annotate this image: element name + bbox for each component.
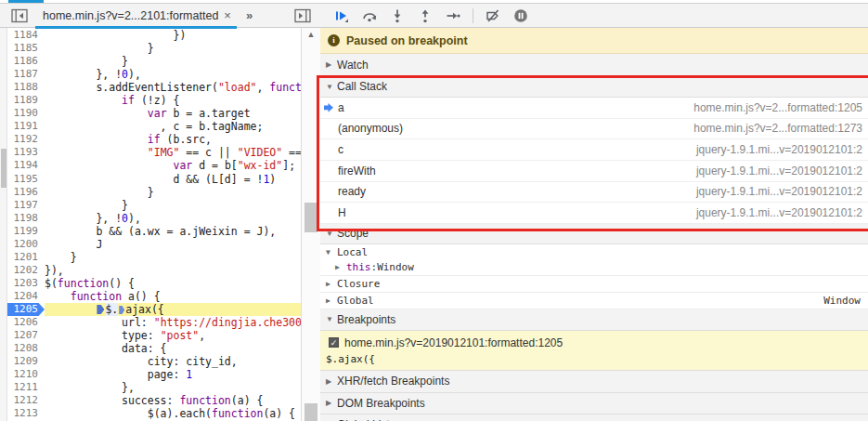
code-line[interactable]: 1196 } bbox=[7, 186, 301, 199]
code-line-text[interactable]: data: { bbox=[45, 342, 301, 355]
scope-local-row[interactable]: ▼ Local bbox=[320, 244, 868, 260]
code-line-text[interactable]: url: "https://dingjia.che300.c bbox=[45, 316, 301, 329]
line-number[interactable]: 1193 bbox=[7, 146, 45, 159]
line-number[interactable]: 1190 bbox=[7, 107, 45, 120]
code-line-text[interactable]: }, bbox=[45, 381, 301, 394]
resume-script-icon[interactable] bbox=[334, 8, 349, 23]
code-line-text[interactable]: var b = a.target bbox=[45, 107, 301, 120]
line-number[interactable]: 1184 bbox=[7, 29, 45, 42]
line-number[interactable]: 1211 bbox=[7, 381, 45, 394]
toggle-debugger-sidebar-icon[interactable] bbox=[294, 8, 311, 23]
code-line[interactable]: 1209 city: city_id, bbox=[7, 355, 301, 368]
more-tabs-icon[interactable]: » bbox=[246, 8, 253, 22]
step-into-icon[interactable] bbox=[390, 8, 405, 23]
code-line[interactable]: 1194 var d = b["wx-id"]; bbox=[7, 159, 301, 172]
code-line-text[interactable]: success: function(a) { bbox=[45, 394, 301, 407]
code-line-text[interactable]: } bbox=[45, 42, 301, 55]
call-stack-frame[interactable]: ahome.min.js?v=2...formatted:1205 bbox=[320, 98, 868, 119]
section-watch[interactable]: ▶ Watch bbox=[320, 54, 868, 76]
call-stack-frame[interactable]: Hjquery-1.9.1.mi...v=2019012101:2 bbox=[320, 203, 868, 224]
line-number[interactable]: 1185 bbox=[7, 42, 45, 55]
code-line-text[interactable]: } bbox=[45, 55, 301, 68]
code-line[interactable]: 1207 type: "post", bbox=[7, 329, 301, 342]
section-scope[interactable]: ▼ Scope bbox=[320, 224, 868, 244]
code-line[interactable]: 1198 }, !0), bbox=[7, 212, 301, 225]
code-line[interactable]: 1187 }, !0), bbox=[7, 68, 301, 81]
code-line[interactable]: 1193 "IMG" == c || "VIDEO" == c) { bbox=[7, 146, 301, 159]
line-number[interactable]: 1202 bbox=[7, 264, 45, 277]
code-line-text[interactable]: } bbox=[45, 199, 301, 212]
section-global-listeners[interactable]: ▶ Global Listeners bbox=[320, 414, 868, 421]
section-xhr-breakpoints[interactable]: ▶ XHR/fetch Breakpoints bbox=[320, 371, 868, 393]
call-stack-frame[interactable]: readyjquery-1.9.1.mi...v=2019012101:2 bbox=[320, 182, 868, 204]
code-line[interactable]: 1213 $(a).each(function(a) { bbox=[7, 407, 301, 420]
scrollbar-up-icon[interactable]: ▲ bbox=[302, 30, 320, 39]
code-line[interactable]: 1202}), bbox=[7, 264, 301, 277]
code-line-text[interactable]: type: "post", bbox=[45, 329, 301, 342]
code-line-text[interactable]: $.ajax({ bbox=[45, 303, 301, 316]
code-line-text[interactable]: page: 1 bbox=[45, 368, 301, 381]
code-line-text[interactable]: if (b.src, bbox=[45, 133, 301, 146]
line-number[interactable]: 1196 bbox=[7, 186, 45, 199]
code-line-text[interactable]: s.addEventListener("load", function(a) { bbox=[45, 81, 301, 94]
code-line-text[interactable]: , c = b.tagName; bbox=[45, 120, 301, 133]
code-line-text[interactable]: d && (L[d] = !1) bbox=[45, 173, 301, 186]
toggle-navigator-sidebar-icon[interactable] bbox=[11, 8, 28, 23]
code-line[interactable]: 1208 data: { bbox=[7, 342, 301, 355]
line-number[interactable]: 1205 bbox=[7, 303, 45, 316]
tab-close-icon[interactable]: × bbox=[224, 8, 231, 22]
line-number[interactable]: 1188 bbox=[7, 81, 45, 94]
section-dom-breakpoints[interactable]: ▶ DOM Breakpoints bbox=[320, 393, 868, 414]
scrollbar-down-button[interactable] bbox=[304, 403, 317, 421]
line-number[interactable]: 1198 bbox=[7, 212, 45, 225]
code-line[interactable]: 1184 }) bbox=[7, 29, 301, 42]
line-number[interactable]: 1203 bbox=[7, 277, 45, 290]
code-line[interactable]: 1205 $.ajax({ bbox=[7, 303, 301, 316]
code-line-text[interactable]: if (!z) { bbox=[45, 94, 301, 107]
code-line-text[interactable]: $(function() { bbox=[45, 277, 301, 290]
code-line-text[interactable]: var d = b["wx-id"]; bbox=[45, 159, 301, 172]
code-line[interactable]: 1195 d && (L[d] = !1) bbox=[7, 173, 301, 186]
line-number[interactable]: 1191 bbox=[7, 120, 45, 133]
code-line[interactable]: 1200 J bbox=[7, 238, 301, 251]
code-line-text[interactable]: function a() { bbox=[45, 290, 301, 303]
line-number[interactable]: 1210 bbox=[7, 368, 45, 381]
code-line-text[interactable]: "IMG" == c || "VIDEO" == c) { bbox=[45, 146, 301, 159]
line-number[interactable]: 1189 bbox=[7, 94, 45, 107]
code-line[interactable]: 1204 function a() { bbox=[7, 290, 301, 303]
code-line-text[interactable]: }), bbox=[45, 264, 301, 277]
code-line[interactable]: 1191 , c = b.tagName; bbox=[7, 120, 301, 133]
step-icon[interactable] bbox=[446, 8, 460, 23]
step-out-icon[interactable] bbox=[418, 8, 433, 23]
code-line-text[interactable]: city: city_id, bbox=[45, 355, 301, 368]
section-breakpoints[interactable]: ▼ Breakpoints bbox=[320, 309, 868, 331]
code-line-text[interactable]: }, !0), bbox=[45, 68, 301, 81]
line-number[interactable]: 1195 bbox=[7, 173, 45, 186]
code-line[interactable]: 1190 var b = a.target bbox=[7, 107, 301, 120]
scope-this-row[interactable]: ▶ this: Window bbox=[320, 260, 868, 276]
code-line[interactable]: 1185 } bbox=[7, 42, 301, 55]
code-line[interactable]: 1201 } bbox=[7, 251, 301, 264]
code-line-text[interactable]: b && (a.wx = a.jWeixin = J), bbox=[45, 225, 301, 238]
line-number[interactable]: 1206 bbox=[7, 316, 45, 329]
line-number[interactable]: 1187 bbox=[7, 68, 45, 81]
code-line[interactable]: 1203$(function() { bbox=[7, 277, 301, 290]
line-number[interactable]: 1209 bbox=[7, 355, 45, 368]
code-line[interactable]: 1192 if (b.src, bbox=[7, 133, 301, 146]
pause-on-exceptions-icon[interactable] bbox=[513, 8, 528, 23]
line-number[interactable]: 1200 bbox=[7, 238, 45, 251]
code-line-text[interactable]: }) bbox=[45, 29, 301, 42]
edge-scrollbar-thumb[interactable] bbox=[1, 149, 6, 188]
line-number[interactable]: 1207 bbox=[7, 329, 45, 342]
step-over-icon[interactable] bbox=[362, 8, 377, 23]
code-line[interactable]: 1212 success: function(a) { bbox=[7, 394, 301, 407]
code-line[interactable]: 1197 } bbox=[7, 199, 301, 212]
code-line-text[interactable]: $(a).each(function(a) { bbox=[45, 407, 301, 420]
line-number[interactable]: 1194 bbox=[7, 159, 45, 172]
line-number[interactable]: 1208 bbox=[7, 342, 45, 355]
line-number[interactable]: 1213 bbox=[7, 407, 45, 420]
code-line-text[interactable]: }, !0), bbox=[45, 212, 301, 225]
line-number[interactable]: 1201 bbox=[7, 251, 45, 264]
call-stack-frame[interactable]: (anonymous)home.min.js?v=2...formatted:1… bbox=[320, 119, 868, 140]
editor-scrollbar[interactable]: ▲ bbox=[301, 28, 320, 421]
